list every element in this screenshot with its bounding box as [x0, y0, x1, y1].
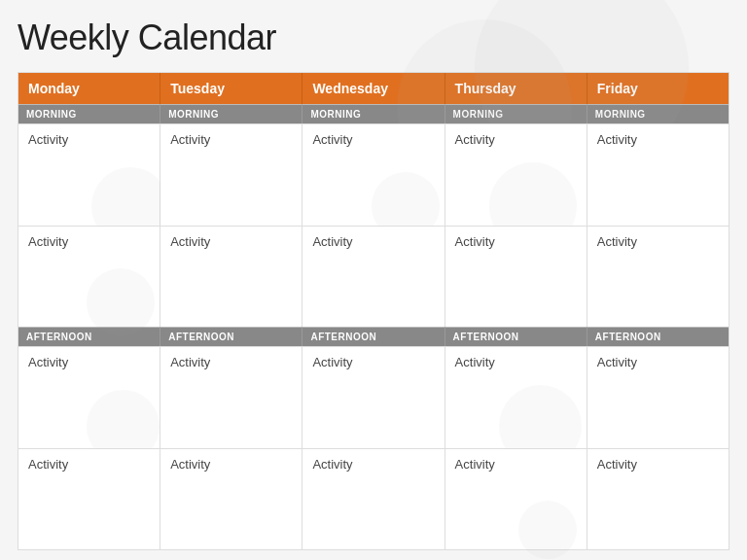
- cell-wed-a2[interactable]: Activity: [302, 448, 445, 550]
- header-friday: Friday: [587, 73, 729, 104]
- afternoon-row-1: Activity Activity Activity Activity Acti…: [18, 346, 729, 448]
- afternoon-label-friday: AFTERNOON: [587, 327, 729, 346]
- cell-tue-m2[interactable]: Activity: [160, 226, 302, 328]
- afternoon-label-wednesday: AFTERNOON: [302, 327, 445, 346]
- cell-fri-a2[interactable]: Activity: [587, 448, 729, 550]
- cell-thu-a1[interactable]: Activity: [445, 346, 587, 448]
- cell-tue-m1[interactable]: Activity: [160, 123, 302, 226]
- main-container: Weekly Calendar Monday Tuesday Wednesday…: [0, 0, 747, 560]
- cell-fri-m2[interactable]: Activity: [587, 226, 729, 328]
- afternoon-row-2: Activity Activity Activity Activity Acti…: [18, 448, 729, 550]
- morning-label-wednesday: MORNING: [302, 104, 445, 123]
- cell-thu-m1[interactable]: Activity: [445, 123, 587, 226]
- cell-thu-m2[interactable]: Activity: [445, 226, 587, 328]
- cell-mon-a2[interactable]: Activity: [18, 448, 160, 550]
- afternoon-label-tuesday: AFTERNOON: [160, 327, 302, 346]
- header-tuesday: Tuesday: [160, 73, 302, 104]
- afternoon-label-thursday: AFTERNOON: [445, 327, 587, 346]
- header-monday: Monday: [18, 73, 160, 104]
- page-title: Weekly Calendar: [18, 18, 729, 58]
- morning-label-friday: MORNING: [587, 104, 729, 123]
- morning-label-monday: MORNING: [18, 104, 160, 123]
- cell-mon-a1[interactable]: Activity: [18, 346, 160, 448]
- cell-fri-m1[interactable]: Activity: [587, 123, 729, 226]
- morning-row-2: Activity Activity Activity Activity Acti…: [18, 226, 729, 328]
- header-wednesday: Wednesday: [302, 73, 445, 104]
- cell-tue-a2[interactable]: Activity: [160, 448, 302, 550]
- header-thursday: Thursday: [445, 73, 587, 104]
- afternoon-label-monday: AFTERNOON: [18, 327, 160, 346]
- cell-fri-a1[interactable]: Activity: [587, 346, 729, 448]
- afternoon-section-row: AFTERNOON AFTERNOON AFTERNOON AFTERNOON …: [18, 327, 729, 346]
- cell-mon-m1[interactable]: Activity: [18, 123, 160, 226]
- morning-row-1: Activity Activity Activity Activity Acti…: [18, 123, 729, 226]
- cell-mon-m2[interactable]: Activity: [18, 226, 160, 328]
- header-row: Monday Tuesday Wednesday Thursday Friday: [18, 73, 729, 104]
- cell-thu-a2[interactable]: Activity: [445, 448, 587, 550]
- cell-wed-a1[interactable]: Activity: [302, 346, 445, 448]
- morning-label-tuesday: MORNING: [160, 104, 302, 123]
- cell-wed-m1[interactable]: Activity: [302, 123, 445, 226]
- calendar-table: Monday Tuesday Wednesday Thursday Friday…: [18, 72, 729, 550]
- morning-label-thursday: MORNING: [445, 104, 587, 123]
- cell-tue-a1[interactable]: Activity: [160, 346, 302, 448]
- cell-wed-m2[interactable]: Activity: [302, 226, 445, 328]
- morning-section-row: MORNING MORNING MORNING MORNING MORNING: [18, 104, 729, 123]
